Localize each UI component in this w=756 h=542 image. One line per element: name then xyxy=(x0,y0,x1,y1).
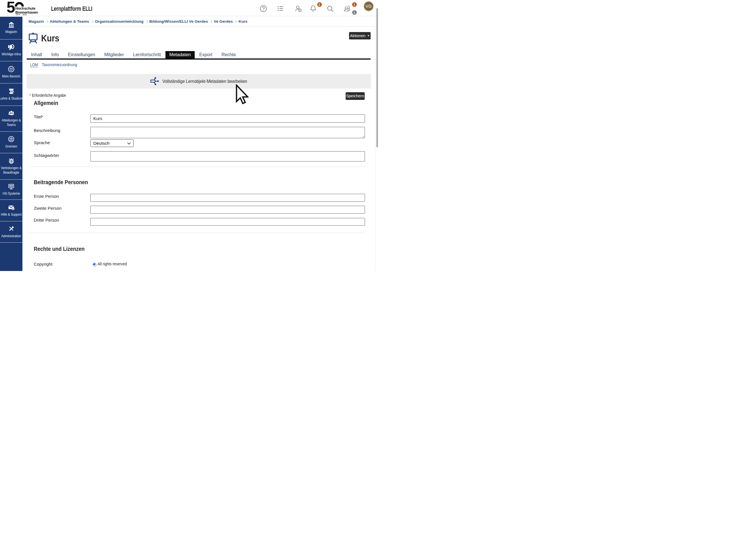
svg-text:?: ? xyxy=(12,207,14,209)
